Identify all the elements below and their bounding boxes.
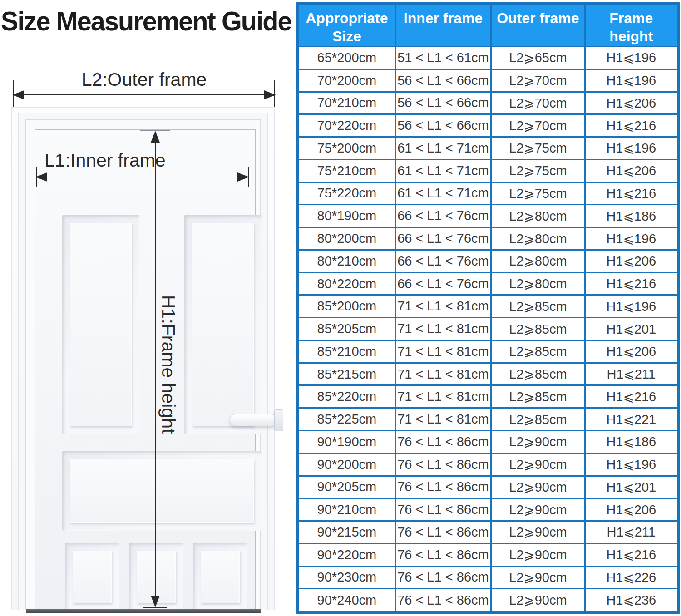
measurement-diagram-panel: Size Measurement Guide L2:Outer frame L1… [0,0,295,616]
table-row: 65*200cm51 < L1 < 61cmL2⩾65cmH1⩽196 [298,47,679,69]
outer-frame-label: L2:Outer frame [13,69,275,90]
arrow-left-icon [12,90,24,99]
door-panel [65,543,119,611]
table-row: 85*225cm71 < L1 < 81cmL2⩾85cmH1⩽221 [298,408,679,431]
table-cell: H1⩽196 [585,137,678,160]
table-cell: 70*210cm [298,92,395,114]
table-cell: L2⩾80cm [491,227,585,250]
table-cell: L2⩾85cm [491,385,585,408]
table-cell: L2⩾90cm [491,476,585,498]
table-cell: L2⩾70cm [491,114,585,137]
table-row: 75*200cm61 < L1 < 71cmL2⩾75cmH1⩽196 [298,137,679,160]
table-body: 65*200cm51 < L1 < 61cmL2⩾65cmH1⩽19670*20… [298,47,679,613]
door-panel [184,215,262,434]
table-cell: H1⩽216 [585,182,678,205]
table-cell: 71 < L1 < 81cm [395,385,491,408]
table-cell: L2⩾85cm [491,318,585,340]
header-outer-frame: Outer frame [491,4,585,47]
table-row: 70*200cm56 < L1 < 66cmL2⩾70cmH1⩽196 [298,69,679,92]
door-seam [179,130,179,610]
dimension-tick [248,167,249,187]
table-cell: L2⩾80cm [491,250,585,272]
table-cell: 90*240cm [298,589,395,613]
dimension-tick [274,80,275,108]
table-cell: 66 < L1 < 76cm [395,205,491,227]
table-cell: H1⩽206 [585,250,678,272]
table-row: 85*220cm71 < L1 < 81cmL2⩾85cmH1⩽216 [298,385,679,408]
table-cell: H1⩽216 [585,272,678,295]
table-cell: 56 < L1 < 66cm [395,69,491,92]
table-cell: H1⩽186 [585,205,678,227]
table-cell: L2⩾90cm [491,498,585,521]
table-row: 85*210cm71 < L1 < 81cmL2⩾85cmH1⩽206 [298,340,679,363]
table-cell: 76 < L1 < 86cm [395,476,491,498]
table-cell: L2⩾75cm [491,159,585,182]
table-cell: 71 < L1 < 81cm [395,318,491,340]
table-cell: 70*200cm [298,69,395,92]
table-cell: 90*220cm [298,543,395,566]
table-cell: 56 < L1 < 66cm [395,92,491,114]
table-cell: 76 < L1 < 86cm [395,498,491,521]
table-cell: H1⩽221 [585,408,678,431]
table-cell: 70*220cm [298,114,395,137]
table-cell: 75*200cm [298,137,395,160]
table-cell: L2⩾80cm [491,205,585,227]
table-cell: H1⩽196 [585,69,678,92]
table-cell: H1⩽196 [585,295,678,318]
table-cell: 76 < L1 < 86cm [395,543,491,566]
table-cell: L2⩾75cm [491,182,585,205]
table-cell: L2⩾85cm [491,295,585,318]
door-illustration [11,107,275,610]
table-row: 80*220cm66 < L1 < 76cmL2⩾80cmH1⩽216 [298,272,679,295]
table-cell: H1⩽206 [585,159,678,182]
table-cell: H1⩽206 [585,340,678,363]
table-row: 85*205cm71 < L1 < 81cmL2⩾85cmH1⩽201 [298,318,679,340]
table-cell: L2⩾70cm [491,69,585,92]
table-cell: 56 < L1 < 66cm [395,114,491,137]
door-panel [62,451,262,531]
table-row: 90*205cm76 < L1 < 86cmL2⩾90cmH1⩽201 [298,476,679,498]
arrow-down-icon [151,596,160,607]
table-cell: 61 < L1 < 71cm [395,159,491,182]
inner-frame-arrow-icon [36,177,248,177]
size-table-container: Appropriate Size Inner frame Outer frame… [296,2,680,614]
table-row: 85*200cm71 < L1 < 81cmL2⩾85cmH1⩽196 [298,295,679,318]
table-cell: 61 < L1 < 71cm [395,182,491,205]
table-row: 80*200cm66 < L1 < 76cmL2⩾80cmH1⩽196 [298,227,679,250]
table-cell: L2⩾90cm [491,431,585,453]
table-cell: L2⩾65cm [491,47,585,69]
table-cell: 85*225cm [298,408,395,431]
table-cell: H1⩽211 [585,363,678,385]
table-row: 85*215cm71 < L1 < 81cmL2⩾85cmH1⩽211 [298,363,679,385]
table-cell: 90*200cm [298,453,395,476]
table-cell: 51 < L1 < 61cm [395,47,491,69]
table-cell: 90*210cm [298,498,395,521]
table-row: 80*210cm66 < L1 < 76cmL2⩾80cmH1⩽206 [298,250,679,272]
page-title: Size Measurement Guide [1,5,286,37]
table-cell: L2⩾90cm [491,543,585,566]
table-row: 90*240cm76 < L1 < 86cmL2⩾90cmH1⩽236 [298,589,679,613]
table-cell: L2⩾85cm [491,363,585,385]
inner-frame-label: L1:Inner frame [44,150,166,171]
table-cell: H1⩽196 [585,227,678,250]
table-cell: 90*205cm [298,476,395,498]
table-cell: L2⩾90cm [491,453,585,476]
table-cell: 76 < L1 < 86cm [395,521,491,544]
table-row: 90*230cm76 < L1 < 86cmL2⩾90cmH1⩽226 [298,566,679,589]
table-cell: L2⩾90cm [491,589,585,613]
table-cell: 76 < L1 < 86cm [395,566,491,589]
table-cell: 90*190cm [298,431,395,453]
door-panel [193,543,247,611]
table-cell: 80*190cm [298,205,395,227]
table-row: 75*220cm61 < L1 < 71cmL2⩾75cmH1⩽216 [298,182,679,205]
dimension-tick [143,607,167,608]
table-row: 90*190cm76 < L1 < 86cmL2⩾90cmH1⩽186 [298,431,679,453]
table-cell: 61 < L1 < 71cm [395,137,491,160]
table-cell: H1⩽196 [585,453,678,476]
table-cell: 75*210cm [298,159,395,182]
table-cell: 66 < L1 < 76cm [395,272,491,295]
table-cell: 85*220cm [298,385,395,408]
table-row: 90*220cm76 < L1 < 86cmL2⩾90cmH1⩽216 [298,543,679,566]
table-cell: 66 < L1 < 76cm [395,227,491,250]
table-cell: H1⩽196 [585,47,678,69]
